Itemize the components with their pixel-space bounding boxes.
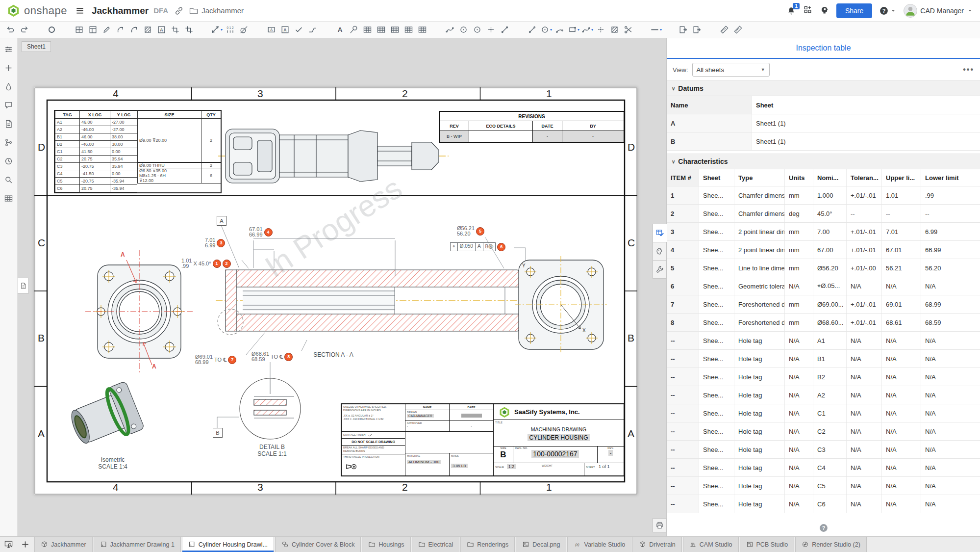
document-tab[interactable]: Jackhammer Drawing 1 [94,537,181,552]
characteristic-row[interactable]: -- Shee... Hole tag N/A C6 N/A N/A N/A [667,495,980,513]
characteristic-row[interactable]: -- Shee... Hole tag N/A C4 N/A N/A N/A [667,459,980,477]
detail-view-icon[interactable] [155,23,169,37]
configurations-icon[interactable] [3,43,15,55]
characteristic-row[interactable]: 5 Shee... Line to line dimensi... mm Ø56… [667,259,980,277]
characteristics-section-header[interactable]: ∨ Characteristics [667,154,980,169]
dimension-callout[interactable]: Ø69.0168.99 TO ℄ 7 [195,354,236,365]
trim-icon[interactable] [498,23,512,37]
characteristic-row[interactable]: 2 Shee... Chamfer dimension deg 45.0° --… [667,205,980,223]
centroid-icon[interactable] [471,23,484,37]
measure-settings-icon[interactable] [731,23,745,37]
split-icon[interactable] [622,23,635,37]
print-drawing-icon[interactable] [690,23,704,37]
divider[interactable] [663,23,677,37]
print-table-button[interactable] [653,518,667,532]
notifications-button[interactable]: 1 [786,6,796,16]
characteristic-row[interactable]: 1 Shee... Chamfer dimension mm 1.000 +.0… [667,186,980,205]
new-tab-button[interactable] [17,537,33,552]
characteristic-row[interactable]: -- Shee... Hole tag N/A C1 N/A N/A N/A [667,404,980,422]
history-icon[interactable] [3,155,15,167]
comments-icon[interactable] [3,99,15,111]
versions-icon[interactable] [3,136,15,148]
balloon-icon[interactable] [347,23,361,37]
document-tab[interactable]: Decal.png [516,537,566,552]
measure-icon[interactable] [718,23,731,37]
datum-row[interactable]: B Sheet1 (1) [667,132,980,151]
divider[interactable] [635,23,649,37]
document-tab[interactable]: Render Studio (2) [795,537,867,552]
section-view-icon[interactable] [141,23,155,37]
dimension-icon[interactable]: ▾ [210,23,224,37]
undo-icon[interactable] [4,23,18,37]
properties-icon[interactable] [3,118,15,130]
appearance-panel-tab[interactable] [653,242,667,260]
publications-icon[interactable] [3,62,15,74]
divider[interactable] [59,23,73,37]
hatch-icon[interactable] [608,23,622,37]
divider[interactable] [320,23,333,37]
break-view-icon[interactable] [169,23,182,37]
projected-view-icon[interactable] [114,23,127,37]
select-tool-icon[interactable] [45,23,59,37]
share-button[interactable]: Share [836,3,872,18]
diameter-dimension-icon[interactable] [237,23,251,37]
export-sheet-icon[interactable] [677,23,690,37]
panel-help-button[interactable] [819,523,829,533]
panel-menu-button[interactable]: ••• [963,65,974,74]
copy-link-icon[interactable] [174,6,184,16]
tools-panel-tab[interactable] [653,260,667,279]
auxiliary-view-icon[interactable] [127,23,141,37]
annotate-pencil-icon[interactable] [100,23,114,37]
bom-icon[interactable] [3,192,15,204]
datum-icon[interactable] [278,23,292,37]
sketch-line-icon[interactable] [526,23,539,37]
parent-folder[interactable]: Jackhammer [189,6,244,16]
divider[interactable] [704,23,718,37]
sheet-tab[interactable]: Sheet1 [22,41,51,52]
document-tab[interactable]: PCB Studio [740,537,795,552]
weld-table-icon[interactable] [402,23,416,37]
crop-view-icon[interactable] [182,23,196,37]
centerline-icon[interactable] [443,23,457,37]
hole-table[interactable]: TAG X LOC Y LOC A1 46.00 -27.00 [54,110,222,193]
dimension-callout[interactable]: Ø56.2156.20 5 [457,226,484,237]
document-tab[interactable]: Cylinder Cover & Block [275,537,361,552]
document-tab[interactable]: Housings [362,537,410,552]
point-tool-icon[interactable] [484,23,498,37]
learning-center-button[interactable] [820,5,829,17]
characteristic-row[interactable]: 8 Shee... Foreshortened dia... mm Ø68.60… [667,314,980,332]
note-icon[interactable] [265,23,278,37]
dimension-callout[interactable]: 1.01.99 X 45.0° 1 2 [181,258,231,269]
sketch-rectangle-icon[interactable]: ▾ [567,23,580,37]
characteristic-row[interactable]: 6 Shee... Geometric tolerance N/A ⌖Ø.05.… [667,277,980,295]
inspection-table-tab[interactable] [653,224,667,242]
dimension-callout[interactable]: Ø68.6168.59 TO ℄ 8 [251,351,293,362]
characteristic-row[interactable]: -- Shee... Hole tag N/A A1 N/A N/A N/A [667,332,980,350]
document-tab[interactable]: Jackhammer [34,537,93,552]
datum-b-label[interactable]: B [213,428,223,438]
help-menu-button[interactable] [879,6,897,16]
dimension-callout[interactable]: 67.0166.99 4 [249,227,273,237]
sketch-point-icon[interactable] [594,23,608,37]
sheet-settings-icon[interactable] [86,23,100,37]
bend-table-icon[interactable] [388,23,402,37]
center-mark-icon[interactable] [457,23,471,37]
datum-row[interactable]: A Sheet1 (1) [667,114,980,132]
characteristic-row[interactable]: -- Shee... Hole tag N/A B2 N/A N/A N/A [667,368,980,386]
characteristic-row[interactable]: 4 Shee... 2 point linear dime... mm 67.0… [667,241,980,259]
search-icon[interactable] [3,174,15,185]
document-tab[interactable]: Electrical [412,537,460,552]
tab-manager-button[interactable] [0,537,17,552]
characteristic-row[interactable]: 3 Shee... 2 point linear dime... mm 7.00… [667,223,980,241]
insert-view-icon[interactable] [73,23,86,37]
divider[interactable] [429,23,443,37]
document-menu-icon[interactable] [75,6,85,16]
sketch-circle-icon[interactable]: ▾ [539,23,553,37]
geometric-tolerance-callout[interactable]: ⌖Ø.050ABⓂ 6 [450,242,505,251]
revisions-table[interactable]: REVISIONS REV ECO DETAILS DATE BY B - WI… [439,111,625,143]
cut-list-icon[interactable] [416,23,429,37]
characteristic-row[interactable]: -- Shee... Hole tag N/A B1 N/A N/A N/A [667,350,980,368]
characteristic-row[interactable]: -- Shee... Hole tag N/A A2 N/A N/A N/A [667,386,980,404]
document-tab[interactable]: CAM Studio [683,537,739,552]
characteristic-row[interactable]: -- Shee... Hole tag N/A C5 N/A N/A N/A [667,477,980,495]
